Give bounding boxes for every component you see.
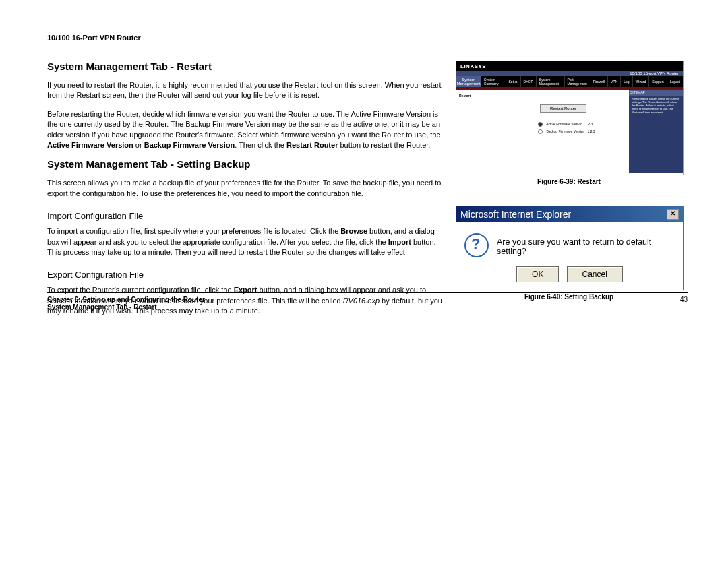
export-heading: Export Configuration File [47, 270, 445, 280]
section-backup-heading: System Management Tab - Setting Backup [47, 158, 445, 170]
nav-tabs: SystemManagement System Summary Setup DH… [456, 76, 683, 87]
tab-firewall[interactable]: Firewall [590, 76, 607, 87]
import-paragraph: To import a configuration file, first sp… [47, 226, 445, 257]
doc-header: 10/100 16-Port VPN Router [47, 34, 688, 42]
restart-paragraph-2: Before restarting the Router, decide whi… [47, 109, 445, 151]
restart-side-label: Restart [456, 90, 497, 173]
device-desc: 10/100 16-port VPN Router [456, 71, 683, 76]
tab-wizard[interactable]: Wizard [632, 76, 649, 87]
footer-chapter: Chapter 6: Setting up and Configuring th… [47, 296, 205, 303]
tab-logout[interactable]: Logout [667, 76, 683, 87]
close-icon[interactable]: ✕ [667, 209, 679, 220]
import-heading: Import Configuration File [47, 211, 445, 221]
cancel-button[interactable]: Cancel [567, 266, 623, 282]
dialog-title: Microsoft Internet Explorer [460, 209, 571, 220]
system-management-tab[interactable]: SystemManagement [456, 76, 481, 87]
figure-dialog-screenshot: Microsoft Internet Explorer ✕ Are you su… [456, 206, 684, 290]
backup-paragraph-1: This screen allows you to make a backup … [47, 178, 445, 199]
tab-sysmgmt[interactable]: System Management [536, 76, 564, 87]
tab-log[interactable]: Log [620, 76, 632, 87]
backup-firmware-option[interactable]: Backup Firmware Version 1.2.3 [538, 129, 629, 134]
brand-label: LINKSYS [460, 63, 486, 69]
tab-vpn[interactable]: VPN [607, 76, 620, 87]
radio-icon [538, 129, 543, 134]
radio-icon [538, 122, 543, 127]
footer-section: System Management Tab - Restart [47, 303, 205, 311]
main-text-column: System Management Tab - Restart If you n… [47, 61, 445, 324]
restart-router-button[interactable]: Restart Router [540, 104, 586, 113]
restart-paragraph-1: If you need to restart the Router, it is… [47, 80, 445, 101]
tab-dhcp[interactable]: DHCP [520, 76, 536, 87]
question-icon [464, 233, 489, 257]
figure-restart-screenshot: LINKSYS 10/100 16-port VPN Router System… [456, 61, 684, 175]
section-restart-heading: System Management Tab - Restart [47, 61, 445, 72]
active-firmware-option[interactable]: Active Firmware Version 1.2.3 [538, 122, 629, 127]
ok-button[interactable]: OK [516, 266, 559, 282]
figures-column: LINKSYS 10/100 16-port VPN Router System… [456, 61, 682, 324]
page-footer: Chapter 6: Setting up and Configuring th… [47, 292, 688, 311]
tab-summary[interactable]: System Summary [481, 76, 505, 87]
dialog-message: Are you sure you want to return to defau… [497, 233, 675, 256]
tab-port[interactable]: Port Management [564, 76, 590, 87]
page-number: 43 [680, 296, 688, 311]
sitemap-panel: SITEMAP Restarting the Router keeps the … [629, 90, 683, 173]
tab-setup[interactable]: Setup [506, 76, 520, 87]
tab-support[interactable]: Support [648, 76, 667, 87]
figure-39-caption: Figure 6-39: Restart [456, 178, 682, 185]
sitemap-heading: SITEMAP [629, 90, 683, 96]
